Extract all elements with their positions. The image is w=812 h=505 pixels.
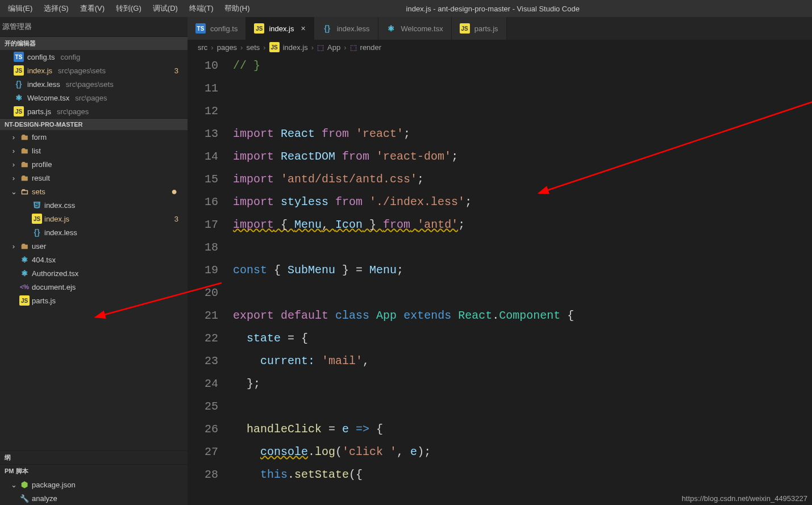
code-line[interactable]	[233, 282, 812, 304]
editor-tab[interactable]: ⚛Welcome.tsx	[378, 17, 452, 40]
line-number: 20	[188, 282, 218, 304]
tree-folder[interactable]: ›🖿form	[0, 130, 188, 144]
code-line[interactable]: console.log('click ', e);	[233, 441, 812, 464]
code-line[interactable]: import styless from './index.less';	[233, 191, 812, 214]
editor-tab[interactable]: JSparts.js	[452, 17, 507, 40]
menu-item[interactable]: 查看(V)	[74, 3, 110, 14]
code-line[interactable]: import ReactDOM from 'react-dom';	[233, 145, 812, 168]
code-line[interactable]	[233, 77, 812, 100]
js-icon: JS	[254, 23, 264, 34]
code-line[interactable]: const { SubMenu } = Menu;	[233, 259, 812, 282]
breadcrumb[interactable]: src›pages›sets›JSindex.js›⬚App›⬚render	[188, 40, 812, 55]
line-number: 16	[188, 191, 218, 214]
code-line[interactable]: import 'antd/dist/antd.css';	[233, 168, 812, 191]
js-icon: JS	[14, 65, 24, 76]
tree-file[interactable]: ⚛Authorized.tsx	[0, 266, 188, 280]
wrench-icon: 🔧	[19, 493, 30, 503]
npm-script-item[interactable]: 🔧analyze	[0, 491, 188, 505]
editor-tab[interactable]: TSconfig.ts	[188, 17, 246, 40]
code-line[interactable]: state = {	[233, 327, 812, 350]
file-name: index.less	[27, 80, 60, 89]
tree-folder[interactable]: ›🖿list	[0, 144, 188, 157]
breadcrumb-segment[interactable]: src	[198, 43, 207, 52]
js-icon: JS	[460, 23, 470, 34]
tab-label: index.less	[337, 24, 370, 33]
code-line[interactable]: import { Menu, Icon } from 'antd';	[233, 214, 812, 236]
tree-folder[interactable]: ›🖿profile	[0, 157, 188, 171]
react-icon: ⚛	[14, 93, 24, 103]
tree-folder[interactable]: ⌄🗀sets●	[0, 185, 188, 198]
menu-item[interactable]: 选择(S)	[38, 3, 74, 14]
line-number: 21	[188, 304, 218, 327]
code-line[interactable]: import React from 'react';	[233, 123, 812, 145]
open-editor-item[interactable]: TSconfig.tsconfig	[0, 50, 188, 64]
js-icon: JS	[32, 214, 42, 224]
line-number: 15	[188, 168, 218, 191]
menu-item[interactable]: 转到(G)	[110, 3, 147, 14]
tree-label: 404.tsx	[32, 256, 56, 264]
folder-icon: 🖿	[19, 173, 30, 183]
open-editor-item[interactable]: {}index.lesssrc\pages\sets	[0, 77, 188, 91]
breadcrumb-segment[interactable]: render	[360, 43, 382, 52]
editor-tabs: TSconfig.tsJSindex.js×{}index.less⚛Welco…	[188, 17, 812, 40]
tree-file[interactable]: JSparts.js	[0, 294, 188, 307]
code-line[interactable]: current: 'mail',	[233, 350, 812, 373]
react-icon: ⚛	[386, 23, 397, 34]
problem-badge: 3	[174, 215, 183, 223]
code-line[interactable]: };	[233, 373, 812, 395]
open-editors-header[interactable]: 开的编辑器	[0, 36, 188, 50]
tree-file[interactable]: index.css	[0, 198, 188, 212]
code-line[interactable]	[233, 100, 812, 123]
tree-label: document.ejs	[32, 283, 76, 291]
code-line[interactable]	[233, 395, 812, 418]
npm-script-item[interactable]: ⌄⬢package.json	[0, 478, 188, 491]
tree-label: index.css	[44, 201, 75, 210]
menu-item[interactable]: 编辑(E)	[2, 3, 38, 14]
chevron-right-icon: ›	[263, 43, 265, 52]
open-editor-item[interactable]: JSindex.jssrc\pages\sets3	[0, 64, 188, 77]
line-number: 18	[188, 236, 218, 259]
code-line[interactable]	[233, 236, 812, 259]
tree-file[interactable]: JSindex.js3	[0, 212, 188, 226]
workspace-header[interactable]: NT-DESIGN-PRO-MASTER	[0, 118, 188, 130]
close-icon[interactable]: ×	[301, 24, 306, 33]
open-editor-item[interactable]: ⚛Welcome.tsxsrc\pages	[0, 91, 188, 105]
line-number: 10	[188, 55, 218, 77]
breadcrumb-segment[interactable]: sets	[246, 43, 260, 52]
tree-label: result	[32, 174, 50, 182]
folder-icon: 🖿	[19, 132, 30, 142]
editor-tab[interactable]: JSindex.js×	[246, 17, 314, 40]
menu-item[interactable]: 终端(T)	[184, 3, 219, 14]
tree-label: user	[32, 242, 46, 251]
tree-label: Authorized.tsx	[32, 269, 78, 278]
menu-item[interactable]: 帮助(H)	[219, 3, 255, 14]
problem-badge: 3	[174, 66, 183, 75]
editor-tab[interactable]: {}index.less	[314, 17, 378, 40]
tree-folder[interactable]: ›🖿result	[0, 171, 188, 185]
breadcrumb-segment[interactable]: App	[327, 43, 340, 52]
file-path: src\pages	[75, 94, 107, 102]
outline-header[interactable]: 纲	[0, 450, 188, 464]
open-editor-item[interactable]: JSparts.jssrc\pages	[0, 105, 188, 118]
breadcrumb-segment[interactable]: pages	[217, 43, 237, 52]
chevron-icon: ›	[10, 133, 17, 141]
line-number: 17	[188, 214, 218, 236]
react-icon: ⚛	[19, 268, 30, 278]
node-icon: ⬢	[19, 479, 30, 490]
menu-item[interactable]: 调试(D)	[147, 3, 184, 14]
npm-scripts-header[interactable]: PM 脚本	[0, 464, 188, 478]
code-line[interactable]: handleClick = e => {	[233, 418, 812, 441]
breadcrumb-segment[interactable]: index.js	[283, 43, 308, 52]
code-line[interactable]: // }	[233, 55, 812, 77]
code-line[interactable]: this.setState({	[233, 464, 812, 486]
folder-open-icon: 🗀	[19, 186, 30, 197]
tree-file[interactable]: ⚛404.tsx	[0, 253, 188, 266]
code-lines[interactable]: // } import React from 'react';import Re…	[233, 55, 812, 486]
code-line[interactable]: export default class App extends React.C…	[233, 304, 812, 327]
js-icon: JS	[269, 42, 280, 52]
tree-folder[interactable]: ›🖿user	[0, 239, 188, 253]
chevron-icon: ⌄	[10, 187, 17, 196]
tree-file[interactable]: {}index.less	[0, 226, 188, 239]
tree-file[interactable]: <%document.ejs	[0, 280, 188, 294]
code-scroll[interactable]: 10111213141516171819202122232425262728 /…	[188, 55, 812, 505]
